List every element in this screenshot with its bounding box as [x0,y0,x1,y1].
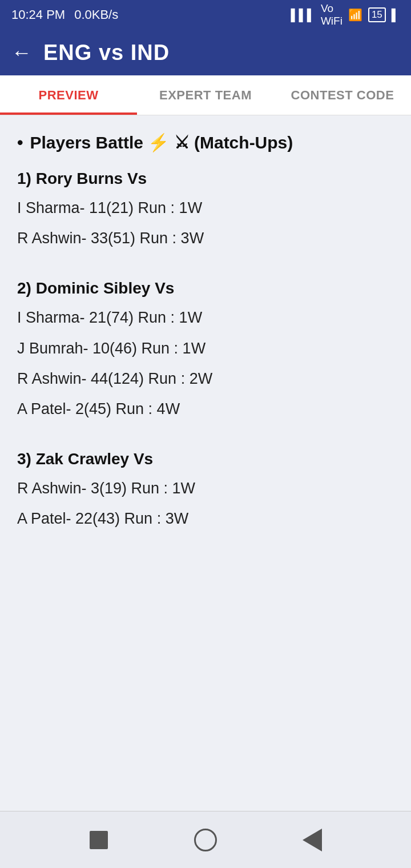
matchup-item: R Ashwin- 44(124) Run : 2W [17,367,394,391]
charging-icon: ▌ [392,9,400,22]
app-header: ← ENG vs IND [0,30,411,75]
matchup-group: 3) Zak Crawley VsR Ashwin- 3(19) Run : 1… [17,450,394,531]
bottom-nav [0,811,411,868]
wifi-bars-icon: 📶 [348,8,362,22]
matchup-group: 1) Rory Burns VsI Sharma- 11(21) Run : 1… [17,170,394,251]
time-display: 10:24 PM [11,7,65,22]
triangle-icon [303,829,322,851]
matchups-container: 1) Rory Burns VsI Sharma- 11(21) Run : 1… [17,170,394,532]
matchup-item: R Ashwin- 3(19) Run : 1W [17,476,394,501]
matchup-item: R Ashwin- 33(51) Run : 3W [17,226,394,251]
nav-home-button[interactable] [192,826,219,854]
tab-expert-team[interactable]: EXPERT TEAM [137,75,274,115]
matchup-group: 2) Dominic Sibley VsI Sharma- 21(74) Run… [17,279,394,421]
circle-icon [194,829,217,851]
matchup-item: A Patel- 22(43) Run : 3W [17,507,394,531]
matchup-item: I Sharma- 21(74) Run : 1W [17,306,394,330]
network-speed: 0.0KB/s [74,7,118,22]
matchup-header: 1) Rory Burns Vs [17,170,394,188]
main-content: • Players Battle ⚡ ⚔ (Match-Ups) 1) Rory… [0,115,411,811]
matchup-header: 3) Zak Crawley Vs [17,450,394,468]
square-icon [90,831,108,849]
matchup-item: A Patel- 2(45) Run : 4W [17,397,394,421]
section-title: • Players Battle ⚡ ⚔ (Match-Ups) [17,132,394,152]
matchup-item: J Bumrah- 10(46) Run : 1W [17,336,394,361]
battery-indicator: 15 [368,7,386,22]
nav-recents-button[interactable] [85,826,112,854]
back-button[interactable]: ← [11,42,32,63]
bullet-icon: • [17,133,23,152]
status-left: 10:24 PM 0.0KB/s [11,7,118,22]
signal-icon: ▌▌▌ [291,9,315,22]
tab-contest-code[interactable]: CONTEST CODE [274,75,411,115]
matchup-header: 2) Dominic Sibley Vs [17,279,394,298]
wifi-icon: VoWiFi [321,2,342,27]
page-title: ENG vs IND [43,41,170,65]
tab-preview[interactable]: PREVIEW [0,75,137,115]
matchup-item: I Sharma- 11(21) Run : 1W [17,196,394,220]
status-right: ▌▌▌ VoWiFi 📶 15 ▌ [291,2,400,27]
nav-back-button[interactable] [299,826,326,854]
tab-bar: PREVIEW EXPERT TEAM CONTEST CODE [0,75,411,115]
status-bar: 10:24 PM 0.0KB/s ▌▌▌ VoWiFi 📶 15 ▌ [0,0,411,30]
